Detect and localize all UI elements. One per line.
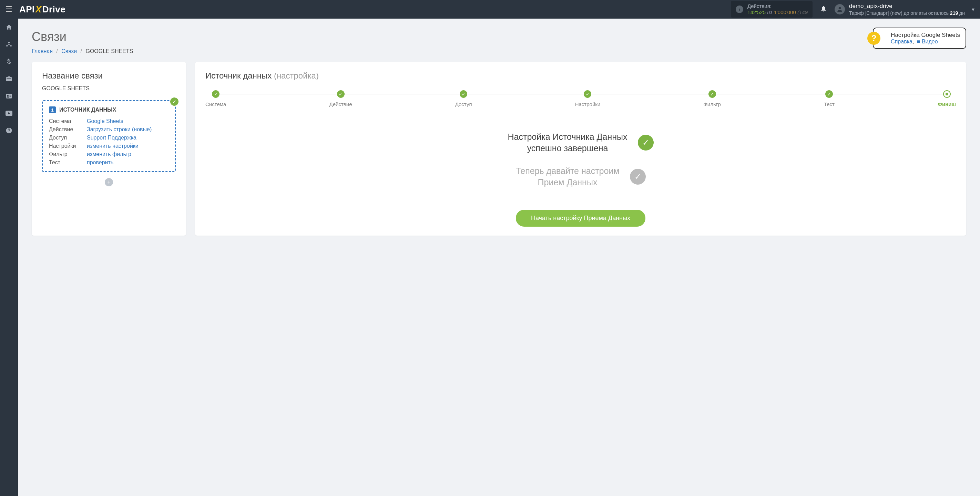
step-circle-icon: ✓ — [212, 90, 220, 98]
breadcrumb-current: GOOGLE SHEETS — [86, 48, 133, 54]
bell-icon[interactable] — [820, 5, 827, 14]
logo-drive: Drive — [42, 4, 66, 15]
actions-label: Действия: — [748, 3, 808, 9]
chevron-down-icon[interactable]: ▾ — [972, 6, 975, 13]
logo[interactable]: API X Drive — [19, 4, 65, 15]
step-1[interactable]: ✓Действие — [329, 90, 352, 107]
step-label: Настройки — [575, 101, 601, 107]
sidebar-contacts[interactable] — [0, 87, 18, 105]
user-menu[interactable]: demo_apix-drive Тариф |Стандарт| (new) д… — [835, 2, 965, 16]
add-button[interactable]: + — [105, 178, 113, 186]
source-row-value[interactable]: Загрузить строки (новые) — [87, 126, 169, 133]
source-row-value[interactable]: Support Поддержка — [87, 135, 169, 141]
steps: ✓Система✓Действие✓Доступ✓Настройки✓Фильт… — [205, 90, 956, 107]
svg-rect-7 — [9, 96, 11, 97]
step-0[interactable]: ✓Система — [205, 90, 226, 107]
connection-title: Название связи — [42, 71, 176, 81]
step-label: Тест — [824, 101, 835, 107]
setup-card: Источник данных (настройка) ✓Система✓Дей… — [195, 62, 966, 235]
sidebar-video[interactable] — [0, 105, 18, 122]
source-header: 1 ИСТОЧНИК ДАННЫХ — [49, 107, 169, 113]
step-4[interactable]: ✓Фильтр — [703, 90, 721, 107]
svg-point-0 — [839, 7, 841, 9]
source-row-label: Доступ — [49, 135, 87, 141]
step-circle-icon: ✓ — [460, 90, 467, 98]
actions-widget[interactable]: i Действия: 142'525 из 1'000'000 (149 — [731, 1, 813, 17]
help-ref-link[interactable]: Справка — [891, 38, 912, 45]
avatar-icon — [835, 4, 845, 14]
setup-title: Источник данных (настройка) — [205, 71, 956, 81]
help-video-link[interactable]: Видео — [922, 38, 938, 45]
source-number-badge: 1 — [49, 107, 56, 113]
finish-next-row: Теперь давайте настроим Прием Данных ✓ — [205, 165, 956, 188]
source-row-label: Действие — [49, 126, 87, 133]
sidebar-home[interactable] — [0, 19, 18, 36]
username: demo_apix-drive — [849, 2, 965, 10]
help-title: Настройка Google Sheets — [891, 32, 960, 38]
step-circle-icon — [943, 90, 951, 98]
source-row-label: Фильтр — [49, 151, 87, 157]
breadcrumb: Главная / Связи / GOOGLE SHEETS — [32, 48, 966, 54]
step-circle-icon: ✓ — [584, 90, 591, 98]
source-row-value[interactable]: изменить фильтр — [87, 151, 169, 157]
source-row-label: Настройки — [49, 143, 87, 149]
svg-point-3 — [10, 45, 11, 46]
breadcrumb-connections[interactable]: Связи — [61, 48, 77, 54]
step-label: Фильтр — [703, 101, 721, 107]
step-circle-icon: ✓ — [708, 90, 716, 98]
connection-card: Название связи GOOGLE SHEETS ✓ 1 ИСТОЧНИ… — [32, 62, 186, 235]
sidebar-billing[interactable] — [0, 53, 18, 70]
sidebar-help[interactable] — [0, 122, 18, 139]
finish-next-text: Теперь давайте настроим Прием Данных — [515, 165, 619, 188]
source-row-value[interactable]: Google Sheets — [87, 118, 169, 124]
hamburger-menu-icon[interactable]: ☰ — [5, 5, 13, 14]
step-label: Доступ — [455, 101, 472, 107]
step-circle-icon: ✓ — [337, 90, 345, 98]
help-box: ? Настройка Google Sheets Справка, ■ Вид… — [873, 27, 966, 49]
step-label: Система — [205, 101, 226, 107]
step-2[interactable]: ✓Доступ — [455, 90, 472, 107]
connection-name[interactable]: GOOGLE SHEETS — [42, 86, 176, 94]
tariff-info: Тариф |Стандарт| (new) до оплаты осталос… — [849, 10, 965, 16]
svg-rect-6 — [9, 95, 11, 95]
finish-success-row: Настройка Источника Данных успешно завер… — [205, 131, 956, 154]
logo-x: X — [35, 4, 42, 15]
step-6[interactable]: Финиш — [938, 90, 956, 107]
check-gray-icon: ✓ — [630, 169, 646, 184]
svg-point-2 — [6, 45, 8, 46]
source-box[interactable]: ✓ 1 ИСТОЧНИК ДАННЫХ СистемаGoogle Sheets… — [42, 100, 176, 172]
source-row-value[interactable]: проверить — [87, 159, 169, 166]
step-circle-icon: ✓ — [825, 90, 833, 98]
step-3[interactable]: ✓Настройки — [575, 90, 601, 107]
step-label: Действие — [329, 101, 352, 107]
main: Связи Главная / Связи / GOOGLE SHEETS ? … — [18, 19, 980, 496]
logo-api: API — [19, 4, 35, 15]
svg-point-1 — [8, 42, 9, 43]
step-5[interactable]: ✓Тест — [824, 90, 835, 107]
source-check-icon: ✓ — [170, 97, 178, 106]
sidebar-briefcase[interactable] — [0, 70, 18, 87]
source-row-label: Система — [49, 118, 87, 124]
page-title: Связи — [32, 30, 966, 44]
sidebar-connections[interactable] — [0, 36, 18, 53]
breadcrumb-home[interactable]: Главная — [32, 48, 53, 54]
start-setup-button[interactable]: Начать настройку Приема Данных — [516, 210, 646, 227]
video-icon: ■ — [917, 38, 920, 45]
svg-point-10 — [9, 132, 9, 132]
finish-success-text: Настройка Источника Данных успешно завер… — [508, 131, 627, 154]
info-icon: i — [736, 5, 743, 13]
help-question-icon[interactable]: ? — [867, 32, 880, 45]
check-green-icon: ✓ — [638, 135, 654, 151]
sidebar — [0, 19, 18, 496]
source-row-value[interactable]: изменить настройки — [87, 143, 169, 149]
header: ☰ API X Drive i Действия: 142'525 из 1'0… — [0, 0, 980, 19]
svg-point-5 — [7, 95, 8, 96]
source-row-label: Тест — [49, 159, 87, 166]
actions-values: 142'525 из 1'000'000 (149 — [748, 9, 808, 16]
step-label: Финиш — [938, 101, 956, 107]
